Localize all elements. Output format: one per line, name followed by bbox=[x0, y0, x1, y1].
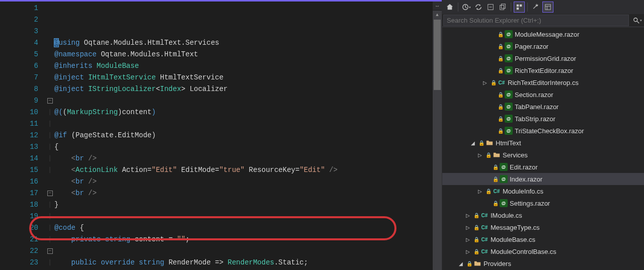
fold-indicator[interactable]: │ bbox=[45, 211, 54, 222]
expander-icon[interactable]: ◢ bbox=[469, 140, 476, 146]
code-line[interactable] bbox=[54, 245, 433, 257]
tree-item[interactable]: 🔒TabPanel.razor bbox=[442, 101, 644, 113]
preview-icon[interactable] bbox=[542, 2, 553, 13]
code-line[interactable]: @using Oqtane.Modules.HtmlText.Services bbox=[54, 37, 433, 49]
code-line[interactable]: @if (PageState.EditMode) bbox=[54, 130, 433, 141]
fold-indicator[interactable] bbox=[45, 26, 54, 37]
tree-item[interactable]: ◢🔒HtmlText bbox=[442, 137, 644, 149]
fold-margin[interactable]: −││││││−││││−│ bbox=[45, 2, 54, 270]
home-icon[interactable] bbox=[444, 2, 455, 13]
tree-item[interactable]: ▷🔒ModuleInfo.cs bbox=[442, 185, 644, 197]
code-content[interactable]: @using Oqtane.Modules.HtmlText.Services@… bbox=[54, 2, 433, 270]
code-line[interactable]: <br /> bbox=[54, 188, 433, 199]
history-icon[interactable]: ▾ bbox=[461, 2, 472, 13]
fold-indicator[interactable]: │ bbox=[45, 118, 54, 130]
tree-item[interactable]: ▷🔒MessageType.cs bbox=[442, 221, 644, 233]
code-line[interactable]: @inject IStringLocalizer<Index> Localize… bbox=[54, 83, 433, 95]
fold-indicator[interactable]: │ bbox=[45, 130, 54, 141]
code-line[interactable]: <ActionLink Action="Edit" EditMode="true… bbox=[54, 164, 433, 176]
expander-icon[interactable]: ▷ bbox=[464, 237, 471, 242]
code-line[interactable]: } bbox=[54, 199, 433, 211]
fold-indicator[interactable] bbox=[45, 83, 54, 95]
expander-icon[interactable]: ▷ bbox=[481, 80, 489, 85]
code-line[interactable]: <br /> bbox=[54, 153, 433, 164]
expander-icon[interactable]: ▷ bbox=[464, 225, 471, 230]
scroll-track[interactable] bbox=[433, 20, 442, 270]
fold-indicator[interactable]: │ bbox=[45, 164, 54, 176]
fold-indicator[interactable] bbox=[45, 37, 54, 49]
line-number-gutter: 1234567891011121314151617181920212223 bbox=[0, 2, 45, 270]
code-line[interactable]: @((MarkupString)content) bbox=[54, 107, 433, 118]
code-line[interactable]: @namespace Oqtane.Modules.HtmlText bbox=[54, 49, 433, 60]
properties-icon[interactable] bbox=[530, 2, 541, 13]
search-input[interactable] bbox=[443, 15, 629, 26]
fold-indicator[interactable]: │ bbox=[45, 107, 54, 118]
expander-icon[interactable]: ▷ bbox=[476, 189, 484, 194]
fold-indicator[interactable] bbox=[45, 72, 54, 83]
fold-indicator[interactable] bbox=[45, 60, 54, 72]
code-line[interactable]: <br /> bbox=[54, 176, 433, 188]
code-line[interactable]: @inject IHtmlTextService HtmlTextService bbox=[54, 72, 433, 83]
tree-item-label: ModuleBase.cs bbox=[491, 236, 535, 243]
code-editor[interactable]: 1234567891011121314151617181920212223 −│… bbox=[0, 0, 442, 270]
fold-indicator[interactable]: − bbox=[45, 95, 54, 107]
code-line[interactable]: @code { bbox=[54, 222, 433, 234]
expander-icon[interactable]: ▷ bbox=[464, 213, 471, 218]
tree-item[interactable]: ▷🔒RichTextEditorInterop.cs bbox=[442, 76, 644, 88]
fold-indicator[interactable]: │ bbox=[45, 257, 54, 268]
tree-item[interactable]: 🔒Section.razor bbox=[442, 88, 644, 101]
vertical-scrollbar[interactable]: ↔ ▲ bbox=[433, 2, 442, 270]
fold-indicator[interactable]: − bbox=[45, 188, 54, 199]
code-line[interactable] bbox=[54, 95, 433, 107]
code-line[interactable] bbox=[54, 118, 433, 130]
tree-item[interactable]: 🔒Index.razor bbox=[442, 173, 644, 185]
scroll-thumb[interactable] bbox=[434, 20, 441, 90]
tree-item[interactable]: 🔒ModuleMessage.razor bbox=[442, 28, 644, 40]
expander-icon[interactable]: ▷ bbox=[476, 152, 484, 158]
tree-item[interactable]: ▷🔒Services bbox=[442, 149, 644, 161]
fold-indicator[interactable] bbox=[45, 14, 54, 26]
tree-item-label: ModuleInfo.cs bbox=[503, 188, 543, 195]
tree-item[interactable]: ▷🔒ModuleBase.cs bbox=[442, 233, 644, 245]
fold-indicator[interactable]: │ bbox=[45, 141, 54, 153]
sync-icon[interactable] bbox=[473, 2, 484, 13]
fold-indicator[interactable]: │ bbox=[45, 222, 54, 234]
lock-icon: 🔒 bbox=[498, 32, 503, 37]
search-icon[interactable]: ▾ bbox=[631, 14, 644, 27]
fold-indicator[interactable]: − bbox=[45, 245, 54, 257]
fold-indicator[interactable] bbox=[45, 3, 54, 14]
tree-item[interactable]: 🔒Settings.razor bbox=[442, 197, 644, 209]
code-line[interactable]: public override string RenderMode => Ren… bbox=[54, 257, 433, 268]
scroll-up-icon[interactable]: ▲ bbox=[433, 11, 442, 20]
code-line[interactable]: @inherits ModuleBase bbox=[54, 60, 433, 72]
lock-icon: 🔒 bbox=[473, 249, 478, 254]
tree-item[interactable]: ▷🔒ModuleControlBase.cs bbox=[442, 245, 644, 257]
fold-indicator[interactable] bbox=[45, 49, 54, 60]
tree-item[interactable]: 🔒RichTextEditor.razor bbox=[442, 64, 644, 76]
tree-item[interactable]: 🔒Edit.razor bbox=[442, 161, 644, 173]
fold-indicator[interactable]: │ bbox=[45, 234, 54, 245]
fold-indicator[interactable]: │ bbox=[45, 153, 54, 164]
expander-icon[interactable]: ◢ bbox=[457, 261, 464, 266]
code-line[interactable]: { bbox=[54, 141, 433, 153]
tree-item-label: ModuleControlBase.cs bbox=[491, 248, 556, 255]
tree-item[interactable]: 🔒Pager.razor bbox=[442, 40, 644, 52]
tree-item[interactable]: ▷🔒IModule.cs bbox=[442, 209, 644, 221]
tree-item[interactable]: ◢🔒Providers bbox=[442, 257, 644, 269]
split-handle-icon[interactable]: ↔ bbox=[433, 2, 442, 11]
fold-indicator[interactable] bbox=[45, 176, 54, 188]
tree-item[interactable]: 🔒TriStateCheckBox.razor bbox=[442, 125, 644, 137]
code-line[interactable]: private string content = ""; bbox=[54, 234, 433, 245]
expander-icon[interactable]: ▷ bbox=[464, 249, 471, 254]
collapse-icon[interactable] bbox=[485, 2, 496, 13]
lock-icon: 🔒 bbox=[493, 201, 498, 206]
tree-item[interactable]: 🔒PermissionGrid.razor bbox=[442, 52, 644, 64]
solution-tree[interactable]: 🔒ModuleMessage.razor🔒Pager.razor🔒Permiss… bbox=[442, 27, 644, 270]
fold-indicator[interactable]: │ bbox=[45, 199, 54, 211]
view-icon[interactable] bbox=[514, 2, 525, 13]
code-line[interactable] bbox=[54, 211, 433, 222]
line-number: 18 bbox=[0, 199, 38, 211]
razor-file-icon bbox=[505, 30, 513, 38]
show-all-files-icon[interactable] bbox=[497, 2, 508, 13]
tree-item[interactable]: 🔒TabStrip.razor bbox=[442, 113, 644, 125]
